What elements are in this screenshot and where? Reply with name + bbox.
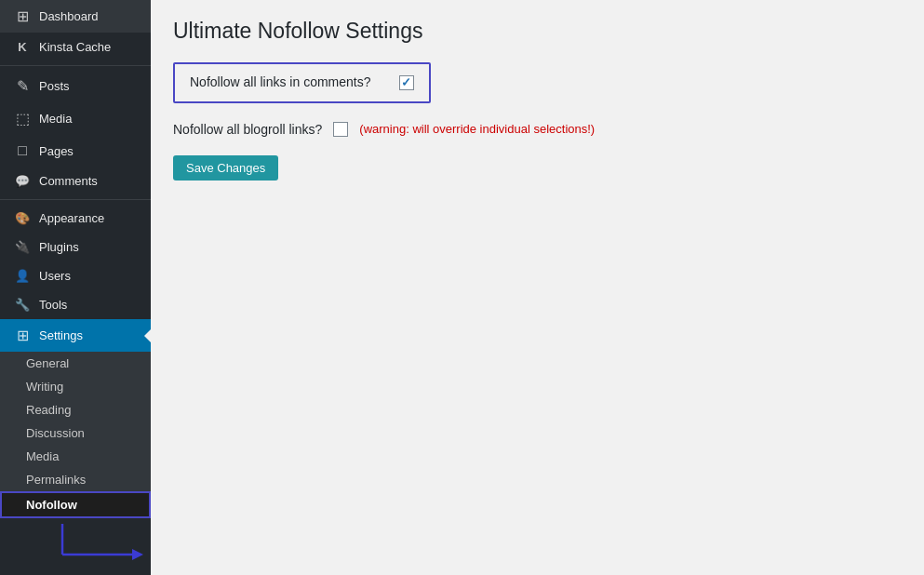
sidebar-item-users[interactable]: 👤 Users xyxy=(0,261,151,290)
svg-marker-2 xyxy=(132,549,143,560)
users-icon: 👤 xyxy=(13,269,32,283)
dashboard-icon: ⊞ xyxy=(13,7,32,25)
sidebar-item-plugins[interactable]: 🔌 Plugins xyxy=(0,233,151,261)
main-content: Ultimate Nofollow Settings Nofollow all … xyxy=(151,0,924,575)
sidebar-item-label: Appearance xyxy=(39,211,104,225)
sidebar-item-label: Pages xyxy=(39,144,74,158)
pages-icon: □ xyxy=(13,142,32,159)
settings-submenu: General Writing Reading Discussion Media… xyxy=(0,352,151,518)
submenu-item-discussion[interactable]: Discussion xyxy=(0,421,151,445)
submenu-item-permalinks[interactable]: Permalinks xyxy=(0,468,151,491)
nofollow-comments-checkbox[interactable] xyxy=(399,75,414,90)
sidebar-item-label: Posts xyxy=(39,79,70,93)
submenu-item-nofollow[interactable]: Nofollow xyxy=(0,491,151,518)
page-title: Ultimate Nofollow Settings xyxy=(173,19,902,44)
submenu-item-reading[interactable]: Reading xyxy=(0,398,151,421)
submenu-item-general[interactable]: General xyxy=(0,352,151,375)
media-icon: ⬚ xyxy=(13,110,32,127)
sidebar-item-label: Users xyxy=(39,269,71,283)
sidebar-item-label: Settings xyxy=(39,328,83,342)
comments-icon: 💬 xyxy=(13,174,32,188)
nofollow-comments-label: Nofollow all links in comments? xyxy=(190,74,371,92)
tools-icon: 🔧 xyxy=(13,298,32,312)
posts-icon: ✎ xyxy=(13,77,32,95)
save-changes-button[interactable]: Save Changes xyxy=(173,155,278,181)
appearance-icon: 🎨 xyxy=(13,211,32,225)
sidebar-item-label: Plugins xyxy=(39,240,79,254)
nofollow-blogroll-checkbox[interactable] xyxy=(333,122,348,137)
sidebar-item-label: Tools xyxy=(39,298,67,312)
settings-arrow xyxy=(144,328,151,343)
submenu-item-media[interactable]: Media xyxy=(0,445,151,468)
nofollow-blogroll-label: Nofollow all blogroll links? xyxy=(173,122,322,137)
kinsta-icon: K xyxy=(13,40,32,54)
sidebar-item-pages[interactable]: □ Pages xyxy=(0,135,151,167)
sidebar-item-media[interactable]: ⬚ Media xyxy=(0,102,151,135)
sidebar-item-label: Kinsta Cache xyxy=(39,40,111,54)
plugins-icon: 🔌 xyxy=(13,240,32,254)
sidebar-item-tools[interactable]: 🔧 Tools xyxy=(0,290,151,319)
nofollow-blogroll-row: Nofollow all blogroll links? (warning: w… xyxy=(173,122,902,137)
sidebar-item-label: Dashboard xyxy=(39,9,99,23)
nofollow-comments-box: Nofollow all links in comments? xyxy=(173,62,431,103)
sidebar-divider-2 xyxy=(0,199,151,200)
sidebar: ⊞ Dashboard K Kinsta Cache ✎ Posts ⬚ Med… xyxy=(0,0,151,575)
sidebar-divider xyxy=(0,65,151,66)
settings-icon: ⊞ xyxy=(13,327,32,344)
sidebar-item-kinsta-cache[interactable]: K Kinsta Cache xyxy=(0,33,151,61)
sidebar-item-label: Comments xyxy=(39,174,98,188)
sidebar-item-comments[interactable]: 💬 Comments xyxy=(0,167,151,195)
sidebar-item-label: Media xyxy=(39,112,72,126)
sidebar-item-posts[interactable]: ✎ Posts xyxy=(0,70,151,102)
submenu-item-writing[interactable]: Writing xyxy=(0,375,151,398)
sidebar-item-appearance[interactable]: 🎨 Appearance xyxy=(0,204,151,233)
sidebar-item-settings[interactable]: ⊞ Settings xyxy=(0,319,151,352)
blogroll-warning: (warning: will override individual selec… xyxy=(359,122,595,136)
sidebar-item-dashboard[interactable]: ⊞ Dashboard xyxy=(0,0,151,33)
arrow-annotation xyxy=(58,519,151,569)
